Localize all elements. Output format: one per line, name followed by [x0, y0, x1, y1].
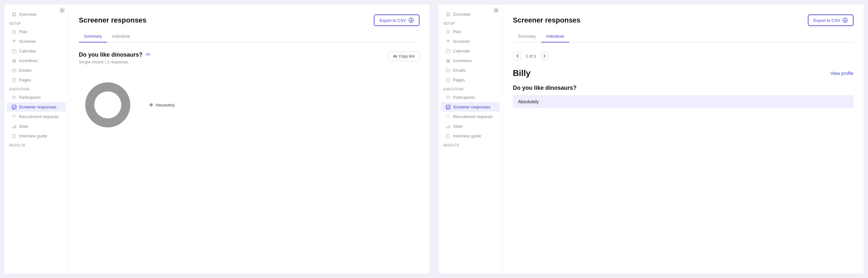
svg-rect-33: [446, 50, 450, 53]
sidebar-right-label-screener: Screener: [453, 39, 470, 44]
sidebar-right-label-interview-guide: Interview guide: [453, 133, 481, 138]
response-answer: Absolutely: [513, 95, 854, 108]
check-square-icon-r: [446, 105, 451, 110]
stats-icon: [12, 124, 17, 129]
recruitment-icon-r: [446, 115, 451, 119]
tab-individual[interactable]: Individual: [107, 31, 135, 42]
sidebar-right-item-emails[interactable]: Emails: [441, 66, 500, 75]
sidebar-right-item-participants[interactable]: Participants: [441, 93, 500, 102]
sidebar-right-item-recruitment[interactable]: Recruitment requests: [441, 112, 500, 121]
svg-rect-46: [446, 134, 450, 138]
svg-rect-31: [446, 32, 450, 32]
sidebar-label-pages: Pages: [19, 78, 31, 82]
filter-icon-r: [446, 39, 451, 44]
sidebar-item-incentives[interactable]: Incentives: [7, 56, 66, 65]
close-button-right[interactable]: ✕: [493, 7, 499, 13]
sidebar-item-emails[interactable]: Emails: [7, 66, 66, 75]
prev-button[interactable]: [513, 52, 522, 61]
calendar-icon-r: [446, 49, 451, 54]
sidebar-right-item-plan[interactable]: Plan: [441, 27, 500, 36]
sidebar-right-item-calendar[interactable]: Calendar: [441, 47, 500, 56]
sidebar-item-recruitment[interactable]: Recruitment requests: [7, 112, 66, 121]
sidebar-label-stats: Stats: [19, 124, 29, 129]
export-csv-button[interactable]: Export to CSV: [374, 14, 420, 26]
sidebar-item-screener-responses[interactable]: Screener responses: [7, 102, 66, 112]
participant-name: Billy: [513, 68, 530, 78]
sidebar-right-item-pages[interactable]: Pages: [441, 75, 500, 85]
results-section-label-r: Results: [438, 141, 502, 148]
sidebar-item-interview-guide[interactable]: Interview guide: [7, 131, 66, 141]
export-icon: [409, 18, 414, 23]
legend-dot: [150, 103, 153, 106]
next-button[interactable]: [540, 52, 549, 61]
close-button[interactable]: ✕: [59, 7, 65, 13]
summary-panel: ✕ Overview Setup Plan: [4, 4, 430, 274]
export-icon-right: [843, 18, 848, 23]
sidebar-right: ✕ Overview Setup Plan: [438, 4, 502, 274]
sidebar-right-item-overview[interactable]: Overview: [441, 10, 500, 19]
mail-icon-r: [446, 68, 451, 73]
question-header: Do you like dinosaurs?: [79, 52, 150, 58]
svg-rect-7: [12, 50, 16, 53]
svg-rect-9: [14, 49, 15, 50]
sidebar-item-pages[interactable]: Pages: [7, 75, 66, 85]
sidebar-right-label-emails: Emails: [453, 68, 466, 73]
list-icon: [12, 30, 17, 34]
grid-icon: [12, 12, 17, 17]
sidebar-item-plan[interactable]: Plan: [7, 27, 66, 36]
sidebar-right-label-participants: Participants: [453, 95, 475, 100]
svg-rect-37: [446, 60, 450, 61]
individual-main-content: Screener responses Export to CSV Summary…: [502, 4, 864, 274]
sidebar-right-label-pages: Pages: [453, 78, 465, 82]
sidebar-label-plan: Plan: [19, 29, 27, 34]
svg-rect-19: [14, 126, 15, 128]
sidebar-label-screener: Screener: [19, 39, 36, 44]
gift-icon-r: [446, 59, 451, 63]
tab-summary-right[interactable]: Summary: [513, 31, 541, 42]
sidebar-item-overview[interactable]: Overview: [7, 10, 66, 19]
sidebar-item-screener[interactable]: Screener: [7, 37, 66, 46]
svg-rect-38: [446, 69, 450, 72]
sidebar-right-item-screener[interactable]: Screener: [441, 37, 500, 46]
tab-individual-right[interactable]: Individual: [541, 31, 569, 42]
svg-rect-26: [446, 12, 448, 14]
sidebar-right-item-stats[interactable]: Stats: [441, 122, 500, 131]
export-label-right: Export to CSV: [814, 18, 840, 23]
svg-rect-8: [13, 49, 14, 50]
sidebar-right-item-screener-responses[interactable]: Screener responses: [441, 102, 500, 112]
question-meta: Single choice | 1 response: [79, 60, 150, 64]
svg-rect-30: [446, 30, 450, 31]
sidebar-right-label-incentives: Incentives: [453, 58, 472, 63]
sidebar-right-item-incentives[interactable]: Incentives: [441, 56, 500, 65]
svg-rect-42: [446, 105, 450, 109]
calendar-icon: [12, 49, 17, 54]
book-icon: [12, 134, 17, 138]
pagination: 1 of 1: [513, 52, 854, 61]
link-icon[interactable]: [146, 52, 150, 58]
svg-rect-35: [448, 49, 449, 50]
question-title: Do you like dinosaurs?: [79, 52, 143, 58]
users-icon: [12, 95, 17, 100]
svg-rect-1: [14, 12, 16, 14]
book-icon-r: [446, 134, 451, 138]
individual-tabs: Summary Individual: [513, 31, 854, 42]
sidebar-right-label-recruitment: Recruitment requests: [453, 114, 493, 119]
setup-section-label: Setup: [4, 19, 68, 27]
tab-summary[interactable]: Summary: [79, 31, 107, 42]
copy-link-button[interactable]: Copy link: [388, 52, 420, 61]
svg-point-41: [448, 96, 450, 97]
svg-rect-0: [12, 12, 14, 14]
filter-icon: [12, 39, 17, 44]
sidebar-label-incentives: Incentives: [19, 58, 38, 63]
sidebar-right-label-stats: Stats: [453, 124, 463, 129]
sidebar-item-calendar[interactable]: Calendar: [7, 47, 66, 56]
mail-icon: [12, 68, 17, 73]
export-csv-button-right[interactable]: Export to CSV: [808, 14, 854, 26]
sidebar-right-item-interview-guide[interactable]: Interview guide: [441, 131, 500, 141]
view-profile-link[interactable]: View profile: [830, 71, 854, 76]
chart-area: 100% Absolutely: [79, 71, 420, 139]
setup-section-label-r: Setup: [438, 19, 502, 27]
sidebar-item-participants[interactable]: Participants: [7, 93, 66, 102]
individual-page-header: Screener responses Export to CSV: [513, 14, 854, 26]
sidebar-item-stats[interactable]: Stats: [7, 122, 66, 131]
